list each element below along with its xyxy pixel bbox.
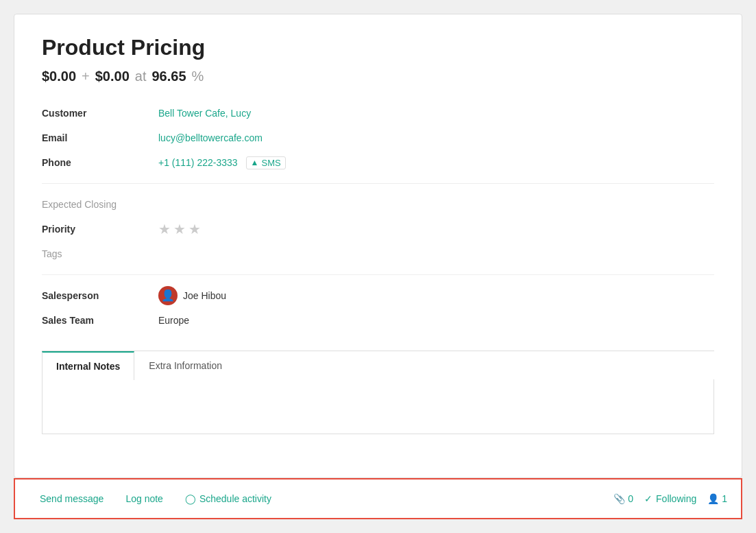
customer-label: Customer [42,108,158,119]
star-3[interactable]: ★ [188,221,201,237]
tab-extra-information-label: Extra Information [149,360,222,371]
salesperson-label: Salesperson [42,290,158,301]
tabs-section: Internal Notes Extra Information [42,351,714,434]
expected-closing-label: Expected Closing [42,199,158,210]
following-label: Following [656,493,696,504]
page-wrapper: Product Pricing $0.00 + $0.00 at 96.65 %… [0,0,756,533]
at-label: at [135,69,147,84]
customer-value[interactable]: Bell Tower Cafe, Lucy [158,108,251,119]
email-label: Email [42,132,158,143]
divider-2 [42,274,714,275]
salesperson-row: Salesperson 👤 Joe Hibou [42,286,714,305]
avatar: 👤 [158,286,178,305]
customer-row: Customer Bell Tower Cafe, Lucy [42,104,714,123]
percent-value: 96.65 [152,69,186,84]
fields-section: Customer Bell Tower Cafe, Lucy Email luc… [42,104,714,330]
phone-label: Phone [42,157,158,168]
email-row: Email lucy@belltowercafe.com [42,128,714,147]
paperclip-icon: 📎 [613,493,625,504]
tags-row: Tags [42,244,714,263]
percent-sign: % [192,69,204,84]
followers-number: 1 [722,493,727,504]
priority-row: Priority ★ ★ ★ [42,220,714,239]
priority-label: Priority [42,224,158,235]
send-message-label: Send message [40,493,103,504]
followers-count[interactable]: 👤 1 [707,493,727,504]
clock-icon: ◯ [185,493,196,504]
person-icon: 👤 [707,493,719,504]
tab-content [42,379,714,434]
price1: $0.00 [42,69,76,84]
main-card: Product Pricing $0.00 + $0.00 at 96.65 %… [14,14,742,478]
tabs-row: Internal Notes Extra Information [42,351,714,379]
checkmark-icon: ✓ [644,493,653,504]
sales-team-label: Sales Team [42,315,158,326]
expected-closing-row: Expected Closing [42,195,714,214]
phone-value[interactable]: +1 (111) 222-3333 [158,157,238,168]
sms-button[interactable]: ▲ SMS [246,156,286,169]
tab-extra-information[interactable]: Extra Information [134,351,236,380]
sales-team-value: Europe [158,315,189,326]
sms-label: SMS [261,158,280,168]
price2: $0.00 [95,69,130,84]
action-bar-right: 📎 0 ✓ Following 👤 1 [613,493,727,504]
page-title: Product Pricing [42,35,714,60]
sales-team-row: Sales Team Europe [42,311,714,330]
divider-1 [42,183,714,184]
paperclip-badge[interactable]: 📎 0 [613,493,633,504]
sms-icon: ▲ [251,158,259,167]
star-1[interactable]: ★ [158,221,171,237]
email-value[interactable]: lucy@belltowercafe.com [158,132,263,143]
tags-label: Tags [42,248,158,259]
action-bar: Send message Log note ◯ Schedule activit… [14,478,742,519]
phone-value-row: +1 (111) 222-3333 ▲ SMS [158,156,286,169]
priority-stars: ★ ★ ★ [158,221,201,237]
salesperson-name: Joe Hibou [183,290,226,301]
log-note-button[interactable]: Log note [114,488,174,510]
tab-internal-notes[interactable]: Internal Notes [42,351,134,380]
salesperson-value-row: 👤 Joe Hibou [158,286,226,305]
avatar-icon: 👤 [161,290,175,301]
tab-internal-notes-label: Internal Notes [56,361,120,372]
schedule-activity-button[interactable]: ◯ Schedule activity [174,488,282,510]
log-note-label: Log note [125,493,163,504]
phone-row: Phone +1 (111) 222-3333 ▲ SMS [42,153,714,172]
plus-sign: + [82,69,90,84]
badge-count: 0 [628,493,633,504]
schedule-activity-label: Schedule activity [199,493,271,504]
price-row: $0.00 + $0.00 at 96.65 % [42,69,714,84]
star-2[interactable]: ★ [173,221,186,237]
send-message-button[interactable]: Send message [29,488,114,510]
following-button[interactable]: ✓ Following [644,493,696,504]
